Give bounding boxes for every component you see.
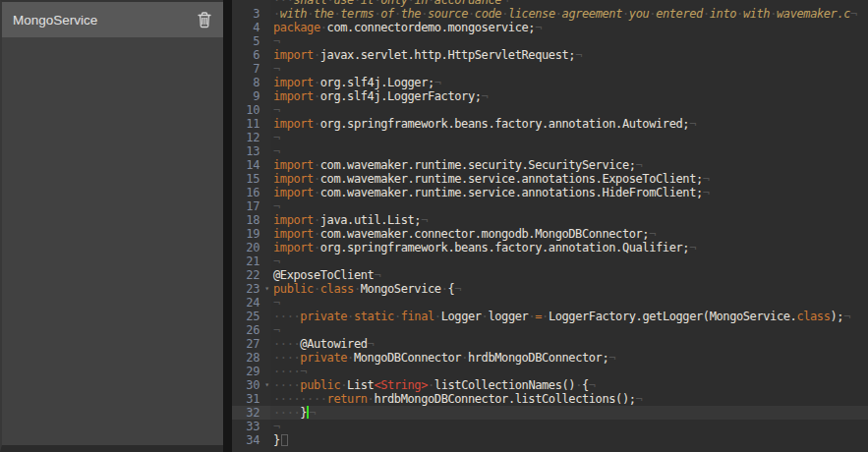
code-line[interactable]: 8import·org.slf4j.Logger;¬ bbox=[232, 76, 868, 89]
line-end-marker: ¬ bbox=[273, 144, 280, 158]
code-line[interactable]: 21¬ bbox=[232, 254, 868, 268]
code-line[interactable]: 23▾public·class·MongoService·{¬ bbox=[232, 282, 868, 296]
code-line[interactable]: 34} bbox=[232, 433, 868, 447]
code-line[interactable]: 30▾····public·List<String>·listCollectio… bbox=[232, 378, 868, 392]
line-number[interactable]: 11 bbox=[232, 117, 270, 131]
line-number[interactable]: 34 bbox=[232, 433, 270, 447]
code-line[interactable]: 31········return·hrdbMongoDBConnector.li… bbox=[232, 392, 868, 406]
code-line[interactable]: 26¬ bbox=[232, 323, 868, 337]
line-number[interactable]: 30▾ bbox=[232, 378, 270, 392]
eof-marker bbox=[281, 434, 288, 446]
code-line[interactable]: 27····@Autowired¬ bbox=[232, 337, 868, 351]
line-end-marker: ¬ bbox=[454, 282, 461, 296]
line-number[interactable]: 21 bbox=[232, 254, 270, 268]
code-line[interactable]: 10¬ bbox=[232, 103, 868, 117]
line-end-marker: ¬ bbox=[689, 117, 696, 131]
line-end-marker: ¬ bbox=[589, 378, 596, 392]
code-line[interactable]: 18import·java.util.List;¬ bbox=[232, 213, 868, 227]
line-number[interactable]: 27 bbox=[232, 337, 270, 351]
code-editor[interactable]: ···shall·use·it·only·in·accordance¬3·wit… bbox=[232, 0, 868, 452]
code-line[interactable]: 17¬ bbox=[232, 199, 868, 213]
line-number[interactable]: 3 bbox=[232, 7, 270, 21]
line-number[interactable]: 7 bbox=[232, 62, 270, 76]
line-end-marker: ¬ bbox=[843, 310, 850, 323]
line-number[interactable]: 25 bbox=[232, 310, 270, 323]
code-line[interactable]: 28····private·MongoDBConnector·hrdbMongo… bbox=[232, 351, 868, 365]
line-number[interactable]: 31 bbox=[232, 392, 270, 406]
line-end-marker: ¬ bbox=[273, 254, 280, 268]
line-number[interactable]: 29 bbox=[232, 365, 270, 378]
line-end-marker: ¬ bbox=[850, 7, 857, 21]
line-end-marker: ¬ bbox=[421, 213, 428, 227]
code-line[interactable]: 22@ExposeToClient¬ bbox=[232, 268, 868, 282]
line-number[interactable]: 22 bbox=[232, 268, 270, 282]
line-end-marker: ¬ bbox=[535, 21, 542, 34]
code-line[interactable]: 25····private·static·final·Logger·logger… bbox=[232, 310, 868, 323]
line-end-marker: ¬ bbox=[636, 158, 643, 172]
line-end-marker: ¬ bbox=[636, 392, 643, 406]
line-number[interactable] bbox=[232, 0, 270, 7]
fold-icon[interactable]: ▾ bbox=[264, 378, 269, 392]
line-end-marker: ¬ bbox=[309, 406, 316, 420]
delete-service-button[interactable] bbox=[193, 7, 216, 32]
line-end-marker: ¬ bbox=[649, 227, 656, 241]
line-end-marker: ¬ bbox=[368, 337, 375, 351]
line-end-marker: ¬ bbox=[273, 131, 280, 144]
line-number[interactable]: 5 bbox=[232, 34, 270, 48]
code-line[interactable]: 20import·org.springframework.beans.facto… bbox=[232, 241, 868, 254]
fold-icon[interactable]: ▾ bbox=[264, 282, 269, 296]
line-number[interactable]: 18 bbox=[232, 213, 270, 227]
code-line[interactable]: 12¬ bbox=[232, 131, 868, 144]
line-number[interactable]: 26 bbox=[232, 323, 270, 337]
code-line[interactable]: 19import·com.wavemaker.connector.mongodb… bbox=[232, 227, 868, 241]
line-end-marker: ¬ bbox=[689, 241, 696, 254]
code-lines: ···shall·use·it·only·in·accordance¬3·wit… bbox=[232, 0, 868, 447]
line-number[interactable]: 19 bbox=[232, 227, 270, 241]
code-line[interactable]: 11import·org.springframework.beans.facto… bbox=[232, 117, 868, 131]
line-number[interactable]: 16 bbox=[232, 186, 270, 199]
code-line[interactable]: 16import·com.wavemaker.runtime.service.a… bbox=[232, 186, 868, 199]
line-number[interactable]: 4 bbox=[232, 21, 270, 34]
line-end-marker: ¬ bbox=[434, 76, 441, 89]
code-line[interactable]: 29····¬ bbox=[232, 365, 868, 378]
line-end-marker: ¬ bbox=[501, 0, 508, 7]
services-sidebar: MongoService bbox=[0, 0, 223, 452]
panel-splitter[interactable] bbox=[223, 0, 232, 452]
line-number[interactable]: 6 bbox=[232, 48, 270, 62]
line-number[interactable]: 20 bbox=[232, 241, 270, 254]
code-line[interactable]: 33¬ bbox=[232, 420, 868, 433]
line-number[interactable]: 17 bbox=[232, 199, 270, 213]
line-number[interactable]: 13 bbox=[232, 144, 270, 158]
line-end-marker: ¬ bbox=[703, 186, 710, 199]
line-number[interactable]: 8 bbox=[232, 76, 270, 89]
code-line[interactable]: 14import·com.wavemaker.runtime.security.… bbox=[232, 158, 868, 172]
code-line[interactable]: 5¬ bbox=[232, 34, 868, 48]
code-line[interactable]: ···shall·use·it·only·in·accordance¬ bbox=[232, 0, 868, 7]
line-number[interactable]: 12 bbox=[232, 131, 270, 144]
line-number[interactable]: 15 bbox=[232, 172, 270, 186]
line-number[interactable]: 33 bbox=[232, 420, 270, 433]
line-number[interactable]: 28 bbox=[232, 351, 270, 365]
line-number[interactable]: 24 bbox=[232, 296, 270, 310]
code-line[interactable]: 15import·com.wavemaker.runtime.service.a… bbox=[232, 172, 868, 186]
code-line[interactable]: 4package·com.connectordemo.mongoservice;… bbox=[232, 21, 868, 34]
line-number[interactable]: 32 bbox=[232, 406, 270, 420]
line-number[interactable]: 23▾ bbox=[232, 282, 270, 296]
sidebar-item-mongoservice[interactable]: MongoService bbox=[2, 2, 223, 37]
line-end-marker: ¬ bbox=[300, 365, 307, 378]
line-end-marker: ¬ bbox=[273, 420, 280, 433]
code-line[interactable]: 32····}¬ bbox=[232, 406, 868, 420]
line-number[interactable]: 9 bbox=[232, 89, 270, 103]
line-end-marker: ¬ bbox=[273, 34, 280, 48]
code-line[interactable]: 6import·javax.servlet.http.HttpServletRe… bbox=[232, 48, 868, 62]
line-end-marker: ¬ bbox=[273, 199, 280, 213]
line-number[interactable]: 14 bbox=[232, 158, 270, 172]
trash-icon bbox=[197, 11, 212, 28]
code-line[interactable]: 24¬ bbox=[232, 296, 868, 310]
code-line[interactable]: 3·with·the·terms·of·the·source·code·lice… bbox=[232, 7, 868, 21]
line-end-marker: ¬ bbox=[374, 268, 380, 282]
code-line[interactable]: 13¬ bbox=[232, 144, 868, 158]
code-line[interactable]: 7¬ bbox=[232, 62, 868, 76]
code-line[interactable]: 9import·org.slf4j.LoggerFactory;¬ bbox=[232, 89, 868, 103]
line-number[interactable]: 10 bbox=[232, 103, 270, 117]
